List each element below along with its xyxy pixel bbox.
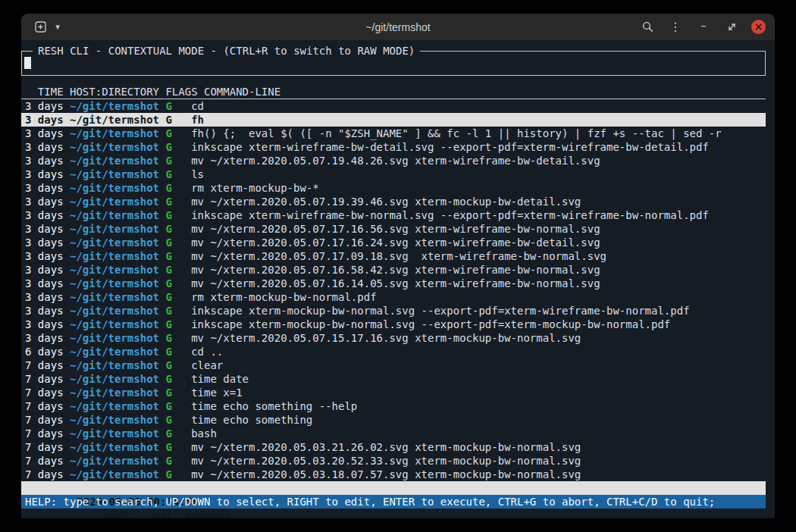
row-host: ~/git/termshot <box>70 263 159 277</box>
status-location: tower:~/git/termshot <box>102 509 230 518</box>
history-row[interactable]: 3 days~/git/termshotGmv ~/xterm.2020.05.… <box>21 222 766 236</box>
history-row[interactable]: 3 days~/git/termshotGinkscape xterm-mock… <box>21 304 766 318</box>
row-command: rm xterm-mockup-bw-normal.pdf <box>191 290 376 304</box>
history-row[interactable]: 3 days~/git/termshotGinkscape xterm-wire… <box>21 208 766 222</box>
row-command: mv ~/xterm.2020.05.07.19.39.46.svg xterm… <box>191 195 581 208</box>
row-flags: G <box>165 277 184 290</box>
row-host: ~/git/termshot <box>70 208 159 222</box>
row-time: 7 days <box>25 454 64 468</box>
row-host: ~/git/termshot <box>70 399 159 413</box>
search-icon <box>641 20 654 33</box>
row-time: 3 days <box>25 140 64 154</box>
menu-button[interactable]: ⋮ <box>667 19 684 36</box>
history-row[interactable]: 3 days~/git/termshotGmv ~/xterm.2020.05.… <box>21 331 766 345</box>
row-command: inkscape xterm-mockup-bw-normal.svg --ex… <box>191 304 689 318</box>
row-command: ls <box>191 167 204 181</box>
row-host: ~/git/termshot <box>70 290 159 304</box>
row-flags: G <box>165 345 184 358</box>
row-flags: G <box>165 372 184 386</box>
row-command: time echo something --help <box>191 399 357 413</box>
row-flags: G <box>165 427 184 440</box>
history-row[interactable]: 3 days~/git/termshotGmv ~/xterm.2020.05.… <box>21 249 766 263</box>
search-button[interactable] <box>639 19 656 36</box>
history-row[interactable]: 3 days~/git/termshotGcd <box>21 99 766 113</box>
search-input-box[interactable]: RESH CLI - CONTEXTUAL MODE - (CTRL+R to … <box>21 51 766 76</box>
row-flags: G <box>165 99 184 113</box>
row-time: 7 days <box>25 358 64 372</box>
row-time: 3 days <box>25 304 64 318</box>
close-button[interactable]: × <box>751 20 766 34</box>
history-row[interactable]: 7 days~/git/termshotGtime x=1 <box>21 386 766 399</box>
history-row[interactable]: 7 days~/git/termshotGclear <box>21 358 766 372</box>
row-host: ~/git/termshot <box>70 413 159 427</box>
row-host: ~/git/termshot <box>70 195 159 208</box>
history-row[interactable]: 7 days~/git/termshotGbash <box>21 427 766 440</box>
terminal-screen[interactable]: RESH CLI - CONTEXTUAL MODE - (CTRL+R to … <box>21 51 775 518</box>
row-host: ~/git/termshot <box>70 99 159 113</box>
history-row[interactable]: 6 days~/git/termshotGcd .. <box>21 345 766 358</box>
row-command: mv ~/xterm.2020.05.03.21.26.02.svg xterm… <box>191 440 581 454</box>
history-row[interactable]: 7 days~/git/termshotGtime echo something… <box>21 399 766 413</box>
history-header: TIME HOST:DIRECTORY FLAGS COMMAND-LINE <box>21 85 766 99</box>
row-host: ~/git/termshot <box>70 427 159 440</box>
history-row[interactable]: 3 days~/git/termshotGfh <box>21 113 766 127</box>
row-time: 3 days <box>25 331 64 345</box>
new-tab-icon <box>34 20 47 33</box>
row-time: 3 days <box>25 222 64 236</box>
maximize-button[interactable] <box>723 19 740 36</box>
row-host: ~/git/termshot <box>70 181 159 195</box>
new-tab-dropdown-button[interactable]: ▾ <box>49 19 66 36</box>
history-row[interactable]: 3 days~/git/termshotGmv ~/xterm.2020.05.… <box>21 236 766 249</box>
history-row[interactable]: 7 days~/git/termshotGmv ~/xterm.2020.05.… <box>21 440 766 454</box>
history-row[interactable]: 3 days~/git/termshotGinkscape xterm-mock… <box>21 318 766 331</box>
row-time: 3 days <box>25 277 64 290</box>
row-command: mv ~/xterm.2020.05.07.17.09.18.svg xterm… <box>191 249 606 263</box>
row-flags: G <box>165 358 184 372</box>
titlebar[interactable]: ▾ ~/git/termshot ⋮ – <box>21 14 775 41</box>
history-row[interactable]: 3 days~/git/termshotGls <box>21 167 766 181</box>
row-flags: G <box>165 331 184 345</box>
row-time: 3 days <box>25 113 64 127</box>
help-bar: HELP: type to search, UP/DOWN to select,… <box>21 495 766 509</box>
text-cursor <box>24 57 31 69</box>
row-command: clear <box>191 358 223 372</box>
row-time: 3 days <box>25 167 64 181</box>
history-row[interactable]: 3 days~/git/termshotGmv ~/xterm.2020.05.… <box>21 195 766 208</box>
new-tab-button[interactable] <box>32 19 49 36</box>
row-time: 7 days <box>25 468 64 481</box>
row-host: ~/git/termshot <box>70 372 159 386</box>
row-host: ~/git/termshot <box>70 318 159 331</box>
terminal-window: ▾ ~/git/termshot ⋮ – <box>21 14 775 518</box>
row-host: ~/git/termshot <box>70 304 159 318</box>
chevron-down-icon: ▾ <box>55 22 60 32</box>
row-command: fh() {; eval $( ([ -n "$ZSH_NAME" ] && f… <box>191 127 722 140</box>
row-command: inkscape xterm-wireframe-bw-normal.svg -… <box>191 208 709 222</box>
row-time: 3 days <box>25 195 64 208</box>
history-row[interactable]: 7 days~/git/termshotGmv ~/xterm.2020.05.… <box>21 454 766 468</box>
row-command: rm xterm-mockup-bw-* <box>191 181 319 195</box>
row-time: 3 days <box>25 249 64 263</box>
history-row[interactable]: 3 days~/git/termshotGmv ~/xterm.2020.05.… <box>21 154 766 167</box>
history-row[interactable]: 3 days~/git/termshotGrm xterm-mockup-bw-… <box>21 181 766 195</box>
history-row[interactable]: 3 days~/git/termshotGinkscape xterm-wire… <box>21 140 766 154</box>
history-row[interactable]: 3 days~/git/termshotGfh() {; eval $( ([ … <box>21 127 766 140</box>
row-command: bash <box>191 427 217 440</box>
status-bar: 2020-05-08 00:34:56 tower:~/git/termshot… <box>21 481 766 495</box>
row-time: 3 days <box>25 181 64 195</box>
history-row[interactable]: 7 days~/git/termshotGtime echo something <box>21 413 766 427</box>
minimize-button[interactable]: – <box>695 19 712 36</box>
row-command: time echo something <box>191 413 312 427</box>
row-host: ~/git/termshot <box>70 127 159 140</box>
history-row[interactable]: 3 days~/git/termshotGrm xterm-mockup-bw-… <box>21 290 766 304</box>
history-row[interactable]: 3 days~/git/termshotGmv ~/xterm.2020.05.… <box>21 263 766 277</box>
history-row[interactable]: 7 days~/git/termshotGtime date <box>21 372 766 386</box>
row-time: 3 days <box>25 99 64 113</box>
history-row[interactable]: 3 days~/git/termshotGmv ~/xterm.2020.05.… <box>21 277 766 290</box>
row-flags: G <box>165 236 184 249</box>
history-row[interactable]: 7 days~/git/termshotGmv ~/xterm.2020.05.… <box>21 468 766 481</box>
row-flags: G <box>165 181 184 195</box>
row-time: 3 days <box>25 263 64 277</box>
row-host: ~/git/termshot <box>70 468 159 481</box>
row-flags: G <box>165 304 184 318</box>
titlebar-right-controls: ⋮ – × <box>639 19 766 36</box>
